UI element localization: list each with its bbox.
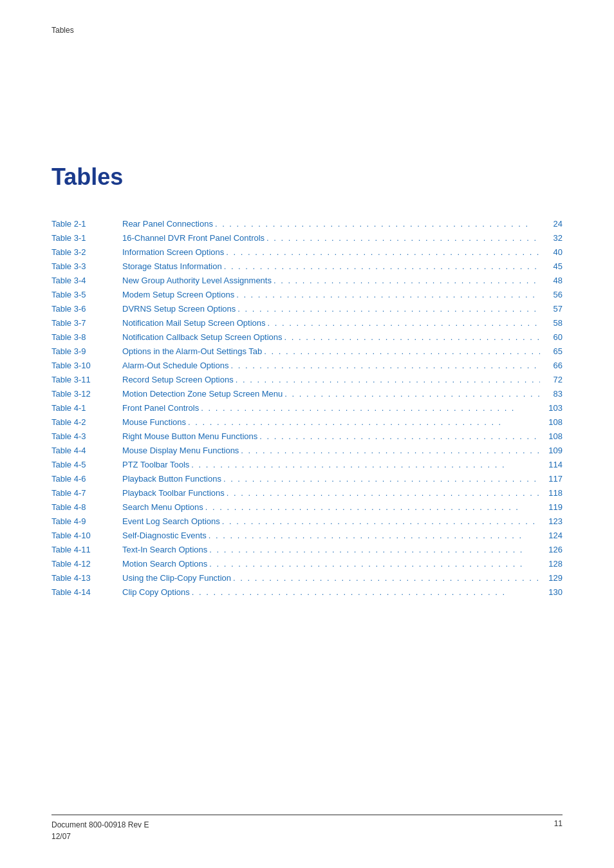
- toc-entry-title: Search Menu Options: [122, 502, 203, 512]
- toc-row[interactable]: Table 3-6DVRNS Setup Screen Options . . …: [51, 301, 563, 316]
- toc-row[interactable]: Table 4-1Front Panel Controls . . . . . …: [51, 401, 563, 415]
- toc-dots: . . . . . . . . . . . . . . . . . . . . …: [283, 389, 540, 399]
- toc-label: Table 3-10: [51, 361, 122, 370]
- toc-page-number: 124: [540, 531, 563, 540]
- toc-row[interactable]: Table 4-13Using the Clip-Copy Function .…: [51, 571, 563, 585]
- toc-entry-title: Alarm-Out Schedule Options: [122, 361, 228, 370]
- toc-dots-line: New Group Authority Level Assignments . …: [122, 276, 540, 285]
- toc-row[interactable]: Table 4-11Text-In Search Options . . . .…: [51, 542, 563, 556]
- toc-page-number: 123: [540, 516, 563, 526]
- toc-label: Table 2-1: [51, 219, 122, 229]
- toc-entry-title: Right Mouse Button Menu Functions: [122, 431, 257, 441]
- toc-label: Table 3-3: [51, 261, 122, 271]
- toc-row[interactable]: Table 3-7Notification Mail Setup Screen …: [51, 316, 563, 330]
- toc-dots: . . . . . . . . . . . . . . . . . . . . …: [225, 488, 540, 498]
- toc-page-number: 126: [540, 545, 563, 554]
- toc-label: Table 4-3: [51, 431, 122, 441]
- toc-entry-title: Information Screen Options: [122, 247, 224, 257]
- toc-dots-line: Record Setup Screen Options . . . . . . …: [122, 375, 540, 384]
- toc-entry-title: Motion Search Options: [122, 559, 207, 569]
- breadcrumb: Tables: [51, 26, 563, 35]
- toc-label: Table 3-11: [51, 375, 122, 384]
- footer-doc-line1: Document 800-00918 Rev E: [51, 819, 149, 831]
- toc-label: Table 4-6: [51, 474, 122, 484]
- toc-entry-title: Mouse Display Menu Functions: [122, 446, 239, 455]
- toc-page-number: 103: [540, 403, 563, 413]
- toc-label: Table 3-4: [51, 276, 122, 285]
- toc-dots-line: Modem Setup Screen Options . . . . . . .…: [122, 290, 540, 299]
- toc-row[interactable]: Table 2-1Rear Panel Connections . . . . …: [51, 216, 563, 231]
- toc-row[interactable]: Table 4-8Search Menu Options . . . . . .…: [51, 500, 563, 514]
- toc-label: Table 3-7: [51, 318, 122, 328]
- toc-dots: . . . . . . . . . . . . . . . . . . . . …: [221, 474, 540, 484]
- toc-row[interactable]: Table 4-10Self-Diagnostic Events . . . .…: [51, 528, 563, 542]
- toc-dots: . . . . . . . . . . . . . . . . . . . . …: [239, 446, 540, 455]
- toc-dots: . . . . . . . . . . . . . . . . . . . . …: [234, 375, 540, 384]
- toc-row[interactable]: Table 4-7Playback Toolbar Functions . . …: [51, 486, 563, 500]
- toc-row[interactable]: Table 4-3Right Mouse Button Menu Functio…: [51, 429, 563, 443]
- toc-row[interactable]: Table 3-10Alarm-Out Schedule Options . .…: [51, 358, 563, 372]
- toc-dots-line: Motion Search Options . . . . . . . . . …: [122, 559, 540, 569]
- toc-entry-title: Playback Button Functions: [122, 474, 221, 484]
- toc-page-number: 65: [540, 346, 563, 356]
- toc-row[interactable]: Table 3-12Motion Detection Zone Setup Sc…: [51, 386, 563, 401]
- page-title: Tables: [51, 164, 563, 191]
- toc-entry-title: Playback Toolbar Functions: [122, 488, 225, 498]
- toc-label: Table 3-2: [51, 247, 122, 257]
- toc-dots-line: Clip Copy Options . . . . . . . . . . . …: [122, 587, 540, 597]
- toc-dots-line: Notification Callback Setup Screen Optio…: [122, 332, 540, 342]
- toc-row[interactable]: Table 3-11Record Setup Screen Options . …: [51, 372, 563, 386]
- toc-entry-title: Options in the Alarm-Out Settings Tab: [122, 346, 262, 356]
- toc-row[interactable]: Table 3-5Modem Setup Screen Options . . …: [51, 287, 563, 301]
- toc-entry-title: Front Panel Controls: [122, 403, 199, 413]
- toc-row[interactable]: Table 4-9Event Log Search Options . . . …: [51, 514, 563, 528]
- toc-page-number: 56: [540, 290, 563, 299]
- toc-page-number: 72: [540, 375, 563, 384]
- toc-row[interactable]: Table 4-4Mouse Display Menu Functions . …: [51, 443, 563, 457]
- toc-page-number: 118: [540, 488, 563, 498]
- toc-dots: . . . . . . . . . . . . . . . . . . . . …: [231, 573, 540, 583]
- toc-label: Table 3-12: [51, 389, 122, 399]
- toc-dots-line: Text-In Search Options . . . . . . . . .…: [122, 545, 540, 554]
- toc-entry-title: Motion Detection Zone Setup Screen Menu: [122, 389, 283, 399]
- toc-label: Table 4-12: [51, 559, 122, 569]
- toc-entry-title: New Group Authority Level Assignments: [122, 276, 272, 285]
- toc-row[interactable]: Table 4-5PTZ Toolbar Tools . . . . . . .…: [51, 457, 563, 471]
- toc-row[interactable]: Table 3-2Information Screen Options . . …: [51, 245, 563, 259]
- footer-doc-line2: 12/07: [51, 831, 149, 842]
- toc-row[interactable]: Table 4-12Motion Search Options . . . . …: [51, 556, 563, 571]
- toc-page-number: 40: [540, 247, 563, 257]
- toc-dots-line: Event Log Search Options . . . . . . . .…: [122, 516, 540, 526]
- toc-row[interactable]: Table 3-9Options in the Alarm-Out Settin…: [51, 344, 563, 358]
- toc-dots-line: Options in the Alarm-Out Settings Tab . …: [122, 346, 540, 356]
- toc-dots-line: Front Panel Controls . . . . . . . . . .…: [122, 403, 540, 413]
- page-container: Tables Tables Table 2-1Rear Panel Connec…: [0, 0, 614, 868]
- toc-dots-line: Information Screen Options . . . . . . .…: [122, 247, 540, 257]
- toc-dots-line: Playback Toolbar Functions . . . . . . .…: [122, 488, 540, 498]
- toc-dots: . . . . . . . . . . . . . . . . . . . . …: [203, 502, 540, 512]
- toc-label: Table 3-1: [51, 233, 122, 243]
- toc-page-number: 129: [540, 573, 563, 583]
- toc-row[interactable]: Table 3-116-Channel DVR Front Panel Cont…: [51, 231, 563, 245]
- toc-row[interactable]: Table 4-6Playback Button Functions . . .…: [51, 471, 563, 486]
- toc-entry-title: Self-Diagnostic Events: [122, 531, 207, 540]
- toc-label: Table 4-5: [51, 460, 122, 469]
- toc-row[interactable]: Table 3-4New Group Authority Level Assig…: [51, 273, 563, 287]
- toc-entry-title: Text-In Search Options: [122, 545, 207, 554]
- toc-row[interactable]: Table 4-2Mouse Functions . . . . . . . .…: [51, 415, 563, 429]
- toc-row[interactable]: Table 3-8Notification Callback Setup Scr…: [51, 330, 563, 344]
- toc-entry-title: Record Setup Screen Options: [122, 375, 234, 384]
- toc-dots: . . . . . . . . . . . . . . . . . . . . …: [207, 531, 540, 540]
- toc-row[interactable]: Table 4-14Clip Copy Options . . . . . . …: [51, 585, 563, 599]
- toc-dots: . . . . . . . . . . . . . . . . . . . . …: [257, 431, 540, 441]
- toc-dots: . . . . . . . . . . . . . . . . . . . . …: [199, 403, 540, 413]
- toc-dots-line: Motion Detection Zone Setup Screen Menu …: [122, 389, 540, 399]
- toc-dots-line: Storage Status Information . . . . . . .…: [122, 261, 540, 271]
- toc-label: Table 3-8: [51, 332, 122, 342]
- toc-row[interactable]: Table 3-3Storage Status Information . . …: [51, 259, 563, 273]
- toc-entry-title: PTZ Toolbar Tools: [122, 460, 189, 469]
- toc-dots: . . . . . . . . . . . . . . . . . . . . …: [283, 332, 540, 342]
- toc-entry-title: Using the Clip-Copy Function: [122, 573, 231, 583]
- toc-entry-title: Notification Callback Setup Screen Optio…: [122, 332, 283, 342]
- toc-dots-line: Right Mouse Button Menu Functions . . . …: [122, 431, 540, 441]
